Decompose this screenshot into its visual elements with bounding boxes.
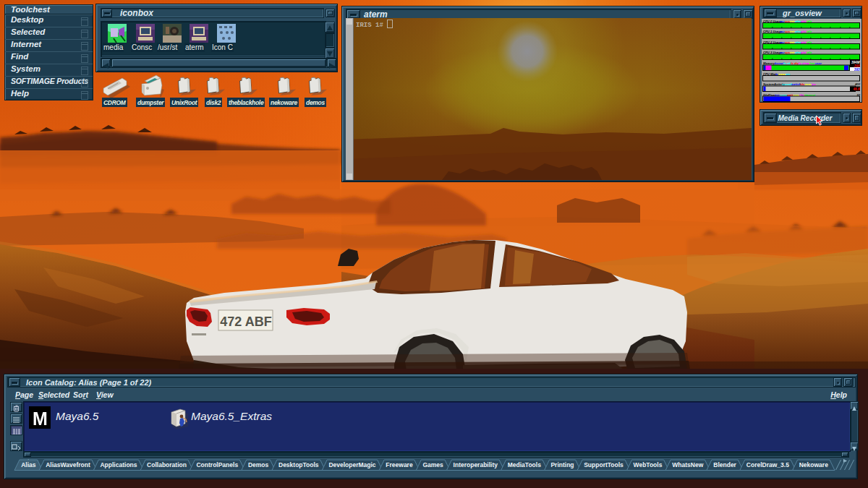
svg-text:AliasWavefront: AliasWavefront xyxy=(46,461,90,468)
svg-text:472 ABF: 472 ABF xyxy=(220,314,271,329)
svg-text:Alias: Alias xyxy=(21,461,36,468)
svg-text:usr: usr xyxy=(780,30,785,33)
svg-text:idle: idle xyxy=(807,51,812,54)
svg-text:DesktopTools: DesktopTools xyxy=(278,461,319,468)
svg-text:Interoperability: Interoperability xyxy=(454,461,498,468)
svg-text:fds: fds xyxy=(800,82,805,86)
svg-text:393: 393 xyxy=(854,68,860,72)
svg-text:user: user xyxy=(815,61,822,65)
svg-text:Freeware: Freeware xyxy=(386,461,413,468)
svg-text:400: 400 xyxy=(854,82,861,86)
svg-text:fs clean: fs clean xyxy=(799,61,810,65)
svg-text:DeveloperMagic: DeveloperMagic xyxy=(328,461,375,468)
svg-text:Printing: Printing xyxy=(550,461,574,468)
svg-text:WebTools: WebTools xyxy=(634,461,663,468)
svg-text:WhatsNew: WhatsNew xyxy=(672,461,703,468)
svg-text:idle: idle xyxy=(807,30,812,33)
svg-text:gfxf: gfxf xyxy=(800,30,807,33)
svg-text:ControlPanels: ControlPanels xyxy=(196,461,238,468)
svg-text:idle: idle xyxy=(807,20,812,23)
svg-text:MediaTools: MediaTools xyxy=(508,461,541,468)
svg-text:Collaboration: Collaboration xyxy=(147,461,187,468)
svg-text:Applications: Applications xyxy=(100,461,137,468)
svg-text:Nekoware: Nekoware xyxy=(799,461,828,468)
svg-text:gfxf: gfxf xyxy=(800,40,807,44)
svg-text:usr: usr xyxy=(780,40,785,44)
svg-text:Demos: Demos xyxy=(248,461,269,468)
svg-text:usr: usr xyxy=(780,20,785,23)
svg-text:Games: Games xyxy=(422,461,443,468)
svg-text:gfxf: gfxf xyxy=(800,20,807,23)
svg-text:gfxf: gfxf xyxy=(800,51,807,54)
svg-text:Blender: Blender xyxy=(713,461,736,468)
svg-text:idle: idle xyxy=(807,40,812,44)
svg-text:pio: pio xyxy=(785,72,791,76)
svg-text:CorelDraw_3.5: CorelDraw_3.5 xyxy=(746,461,789,468)
svg-text:Memory: Memory xyxy=(763,61,775,65)
svg-text:46.6: 46.6 xyxy=(853,87,860,91)
svg-text:lpc: lpc xyxy=(812,82,817,86)
svg-text:SupportTools: SupportTools xyxy=(584,461,624,468)
svg-text:usr: usr xyxy=(780,51,785,54)
